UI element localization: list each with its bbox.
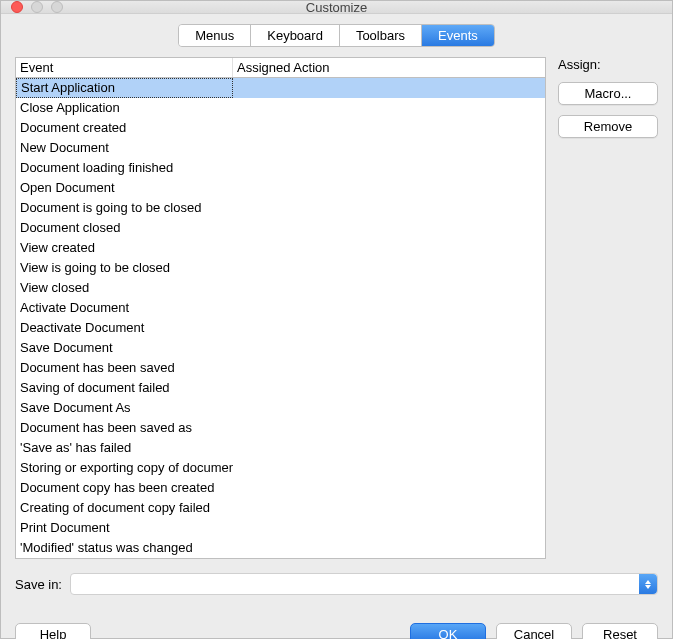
table-row[interactable]: Document created bbox=[16, 118, 545, 138]
cancel-button[interactable]: Cancel bbox=[496, 623, 572, 639]
table-row[interactable]: Open Document bbox=[16, 178, 545, 198]
tab-strip: Menus Keyboard Toolbars Events bbox=[15, 24, 658, 47]
table-body[interactable]: Start ApplicationClose ApplicationDocume… bbox=[16, 78, 545, 558]
event-cell: Open Document bbox=[16, 178, 233, 198]
tab-toolbars[interactable]: Toolbars bbox=[340, 25, 422, 46]
action-cell bbox=[233, 378, 545, 398]
action-cell bbox=[233, 418, 545, 438]
table-row[interactable]: New Document bbox=[16, 138, 545, 158]
event-cell: Document created bbox=[16, 118, 233, 138]
action-cell bbox=[233, 98, 545, 118]
event-cell: Print Document bbox=[16, 518, 233, 538]
table-row[interactable]: Save Document As bbox=[16, 398, 545, 418]
remove-button[interactable]: Remove bbox=[558, 115, 658, 138]
help-button[interactable]: Help bbox=[15, 623, 91, 639]
table-row[interactable]: Document closed bbox=[16, 218, 545, 238]
tab-keyboard[interactable]: Keyboard bbox=[251, 25, 340, 46]
table-row[interactable]: 'Save as' has failed bbox=[16, 438, 545, 458]
chevron-down-icon bbox=[645, 585, 651, 589]
main-row: Event Assigned Action Start ApplicationC… bbox=[15, 57, 658, 559]
action-cell bbox=[233, 118, 545, 138]
table-row[interactable]: Start Application bbox=[16, 78, 545, 98]
chevron-up-icon bbox=[645, 580, 651, 584]
save-in-combo[interactable] bbox=[70, 573, 658, 595]
table-row[interactable]: View created bbox=[16, 238, 545, 258]
titlebar: Customize bbox=[1, 1, 672, 14]
events-table: Event Assigned Action Start ApplicationC… bbox=[15, 57, 546, 559]
table-row[interactable]: Storing or exporting copy of document bbox=[16, 458, 545, 478]
event-cell: Creating of document copy failed bbox=[16, 498, 233, 518]
table-header: Event Assigned Action bbox=[16, 58, 545, 78]
action-cell bbox=[233, 198, 545, 218]
event-cell: Save Document bbox=[16, 338, 233, 358]
event-cell: View closed bbox=[16, 278, 233, 298]
window-title: Customize bbox=[1, 0, 672, 15]
action-cell bbox=[233, 78, 545, 98]
action-cell bbox=[233, 498, 545, 518]
reset-button[interactable]: Reset bbox=[582, 623, 658, 639]
event-cell: New Document bbox=[16, 138, 233, 158]
tab-menus[interactable]: Menus bbox=[179, 25, 251, 46]
event-cell: Document closed bbox=[16, 218, 233, 238]
action-cell bbox=[233, 338, 545, 358]
event-cell: View created bbox=[16, 238, 233, 258]
table-row[interactable]: Creating of document copy failed bbox=[16, 498, 545, 518]
tab-events[interactable]: Events bbox=[422, 25, 494, 46]
table-row[interactable]: Document copy has been created bbox=[16, 478, 545, 498]
action-cell bbox=[233, 518, 545, 538]
action-cell bbox=[233, 398, 545, 418]
event-cell: 'Save as' has failed bbox=[16, 438, 233, 458]
action-cell bbox=[233, 278, 545, 298]
save-in-row: Save in: bbox=[15, 573, 658, 595]
event-cell: Saving of document failed bbox=[16, 378, 233, 398]
action-cell bbox=[233, 218, 545, 238]
table-row[interactable]: Document loading finished bbox=[16, 158, 545, 178]
window-controls bbox=[11, 1, 63, 13]
table-row[interactable]: Save Document bbox=[16, 338, 545, 358]
event-cell: Close Application bbox=[16, 98, 233, 118]
side-panel: Assign: Macro... Remove bbox=[558, 57, 658, 559]
zoom-window-button[interactable] bbox=[51, 1, 63, 13]
action-cell bbox=[233, 318, 545, 338]
close-window-button[interactable] bbox=[11, 1, 23, 13]
customize-dialog: Customize Menus Keyboard Toolbars Events… bbox=[0, 0, 673, 639]
event-cell: Activate Document bbox=[16, 298, 233, 318]
table-row[interactable]: Document is going to be closed bbox=[16, 198, 545, 218]
event-cell: View is going to be closed bbox=[16, 258, 233, 278]
event-cell: Deactivate Document bbox=[16, 318, 233, 338]
table-row[interactable]: Document has been saved as bbox=[16, 418, 545, 438]
event-cell: Document copy has been created bbox=[16, 478, 233, 498]
minimize-window-button[interactable] bbox=[31, 1, 43, 13]
macro-button[interactable]: Macro... bbox=[558, 82, 658, 105]
table-row[interactable]: Close Application bbox=[16, 98, 545, 118]
event-cell: Document loading finished bbox=[16, 158, 233, 178]
action-cell bbox=[233, 238, 545, 258]
column-header-action[interactable]: Assigned Action bbox=[233, 58, 545, 77]
content-area: Menus Keyboard Toolbars Events Event Ass… bbox=[1, 14, 672, 639]
segmented-tabs: Menus Keyboard Toolbars Events bbox=[178, 24, 495, 47]
action-cell bbox=[233, 178, 545, 198]
action-cell bbox=[233, 258, 545, 278]
table-row[interactable]: Activate Document bbox=[16, 298, 545, 318]
action-cell bbox=[233, 458, 545, 478]
ok-button[interactable]: OK bbox=[410, 623, 486, 639]
table-row[interactable]: Saving of document failed bbox=[16, 378, 545, 398]
table-row[interactable]: View closed bbox=[16, 278, 545, 298]
table-row[interactable]: 'Modified' status was changed bbox=[16, 538, 545, 558]
action-cell bbox=[233, 438, 545, 458]
table-row[interactable]: Deactivate Document bbox=[16, 318, 545, 338]
table-row[interactable]: View is going to be closed bbox=[16, 258, 545, 278]
event-cell: Document has been saved as bbox=[16, 418, 233, 438]
footer: Help OK Cancel Reset bbox=[15, 623, 658, 639]
column-header-event[interactable]: Event bbox=[16, 58, 233, 77]
action-cell bbox=[233, 138, 545, 158]
action-cell bbox=[233, 158, 545, 178]
event-cell: 'Modified' status was changed bbox=[16, 538, 233, 558]
table-row[interactable]: Document has been saved bbox=[16, 358, 545, 378]
combo-stepper-icon bbox=[639, 574, 657, 594]
event-cell: Start Application bbox=[16, 78, 233, 98]
event-cell: Document is going to be closed bbox=[16, 198, 233, 218]
action-cell bbox=[233, 358, 545, 378]
table-row[interactable]: Print Document bbox=[16, 518, 545, 538]
assign-label: Assign: bbox=[558, 57, 658, 72]
